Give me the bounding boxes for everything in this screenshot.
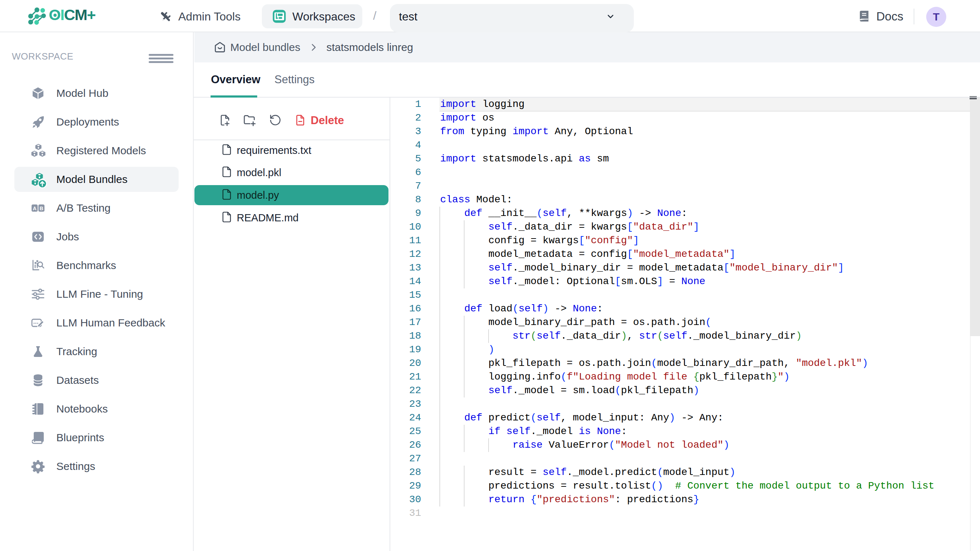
svg-text:A: A [33,205,36,211]
svg-text:B: B [40,205,43,211]
